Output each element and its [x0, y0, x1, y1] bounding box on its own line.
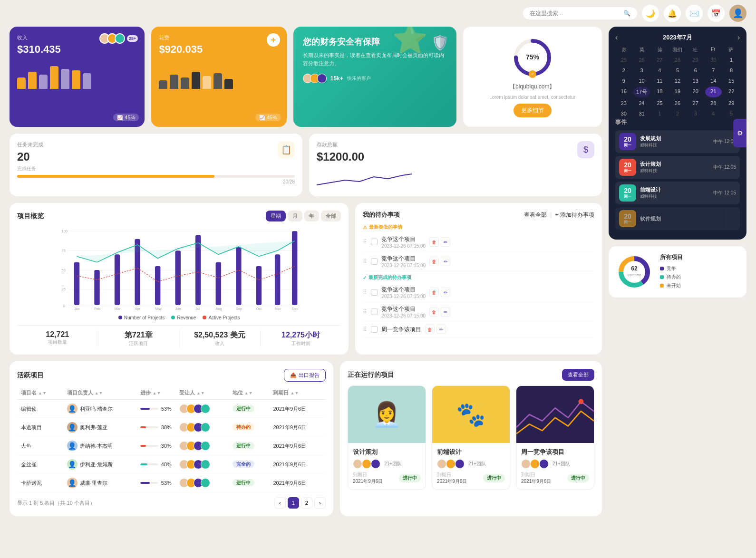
todo-add-btn[interactable]: + 添加待办事项	[555, 212, 594, 218]
cal-day-19[interactable]: 19	[669, 87, 686, 97]
todo-edit-1[interactable]: ✏	[441, 237, 450, 247]
cal-day-22[interactable]: 22	[723, 87, 740, 97]
todo-edit-2[interactable]: ✏	[441, 257, 450, 266]
page-1-button[interactable]: 1	[288, 497, 299, 509]
todo-view-all[interactable]: 查看全部	[524, 212, 547, 218]
cal-day-12[interactable]: 12	[669, 76, 686, 86]
cal-day-27b[interactable]: 27	[687, 98, 704, 108]
cal-day-27[interactable]: 27	[651, 55, 668, 65]
todo-edit-3[interactable]: ✏	[441, 288, 450, 297]
page-2-button[interactable]: 2	[301, 497, 312, 509]
cal-day-5[interactable]: 5	[669, 66, 686, 75]
drag-handle-5[interactable]: ⠿	[363, 326, 367, 333]
todo-date-1: 2023-12-26 07:15:00	[381, 243, 426, 249]
cal-day-28[interactable]: 28	[669, 55, 686, 65]
event-company-1: 威特科技	[640, 142, 709, 148]
cal-day-7[interactable]: 7	[705, 66, 722, 75]
tab-all[interactable]: 全部	[321, 211, 341, 221]
cal-next-button[interactable]: ›	[737, 33, 740, 42]
cal-day-2[interactable]: 2	[615, 66, 632, 75]
sort-status[interactable]: ▲▼	[244, 391, 253, 395]
todo-delete-3[interactable]: 🗑	[429, 288, 439, 297]
tab-week[interactable]: 星期	[266, 211, 286, 221]
todo-delete-5[interactable]: 🗑	[425, 325, 435, 334]
chart-legend: Number of Projects Revenue Active Projec…	[17, 315, 341, 320]
cal-day-8[interactable]: 8	[723, 66, 740, 75]
cal-day-20[interactable]: 20	[687, 87, 704, 97]
cal-day-n5[interactable]: 5	[723, 109, 740, 118]
cal-prev-button[interactable]: ‹	[615, 33, 618, 42]
cal-day-21[interactable]: 21	[705, 87, 722, 97]
todo-delete-1[interactable]: 🗑	[429, 237, 439, 247]
sort-progress[interactable]: ▲▼	[153, 391, 161, 395]
cal-day-15[interactable]: 15	[723, 76, 740, 86]
cal-day-29b[interactable]: 29	[723, 98, 740, 108]
cal-day-9[interactable]: 9	[615, 76, 632, 86]
cal-day-30[interactable]: 30	[705, 55, 722, 65]
cal-day-26[interactable]: 26	[633, 55, 650, 65]
sort-name[interactable]: ▲▼	[38, 391, 47, 395]
cal-day-17[interactable]: 17号	[633, 87, 650, 97]
tab-month[interactable]: 月	[288, 211, 302, 221]
todo-delete-4[interactable]: 🗑	[429, 307, 439, 317]
drag-handle-1[interactable]: ⠿	[363, 239, 367, 245]
drag-handle-3[interactable]: ⠿	[363, 289, 367, 296]
cal-day-10[interactable]: 10	[633, 76, 650, 86]
chart-header: 项目概览 星期 月 年 全部	[17, 211, 341, 221]
cal-day-6[interactable]: 6	[687, 66, 704, 75]
cal-day-30b[interactable]: 30	[615, 109, 632, 118]
drag-handle-2[interactable]: ⠿	[363, 258, 367, 265]
todo-check-3[interactable]	[371, 289, 378, 296]
sort-due[interactable]: ▲▼	[290, 391, 299, 395]
cal-day-29[interactable]: 29	[687, 55, 704, 65]
todo-edit-4[interactable]: ✏	[441, 307, 450, 317]
user-avatar[interactable]: 👤	[729, 5, 746, 22]
prev-page-button[interactable]: ‹	[274, 497, 286, 509]
sort-owner[interactable]: ▲▼	[95, 391, 103, 395]
todo-edit-5[interactable]: ✏	[436, 325, 446, 334]
tasks-card: 任务未完成 20 完成任务 📋 20/28	[10, 134, 302, 196]
view-all-button[interactable]: 查看全部	[562, 369, 594, 381]
todo-check-5[interactable]	[371, 326, 378, 333]
cal-day-n2[interactable]: 2	[669, 109, 686, 118]
bell-icon[interactable]: 🔔	[664, 5, 681, 22]
mail-icon[interactable]: ✉️	[686, 5, 703, 22]
cal-day-25b[interactable]: 25	[651, 98, 668, 108]
cal-day-31[interactable]: 31	[633, 109, 650, 118]
cal-day-28[interactable]: 28	[705, 98, 722, 108]
cal-day-11[interactable]: 11	[651, 76, 668, 86]
circle-detail-button[interactable]: 更多细节	[514, 104, 552, 117]
cal-day-16[interactable]: 16	[615, 87, 632, 97]
cal-day-24[interactable]: 24	[633, 98, 650, 108]
tab-year[interactable]: 年	[304, 211, 319, 221]
cal-day-14[interactable]: 14	[705, 76, 722, 86]
proj-name-1: 设计策划	[353, 448, 421, 456]
cal-day-25[interactable]: 25	[615, 55, 632, 65]
cal-day-26b[interactable]: 26	[669, 98, 686, 108]
todo-check-2[interactable]	[371, 258, 378, 265]
settings-gear-button[interactable]: ⚙	[733, 119, 746, 147]
todo-check-1[interactable]	[371, 239, 378, 245]
search-box[interactable]: 🔍	[523, 7, 637, 19]
cal-day-3[interactable]: 3	[633, 66, 650, 75]
todo-check-4[interactable]	[371, 308, 378, 315]
next-page-button[interactable]: ›	[314, 497, 326, 509]
todo-btns-2: 🗑 ✏	[429, 257, 450, 266]
sort-assignees[interactable]: ▲▼	[196, 391, 205, 395]
cal-day-n1[interactable]: 1	[651, 109, 668, 118]
todo-delete-2[interactable]: 🗑	[429, 257, 439, 266]
cal-day-13[interactable]: 13	[687, 76, 704, 86]
search-input[interactable]	[530, 10, 620, 17]
add-expense-button[interactable]: +	[267, 33, 280, 47]
cal-day-n3[interactable]: 3	[687, 109, 704, 118]
cal-day-4[interactable]: 4	[651, 66, 668, 75]
cal-day-23[interactable]: 23	[615, 98, 632, 108]
cal-day-1[interactable]: 1	[723, 55, 740, 65]
export-report-button[interactable]: 📤 出口报告	[284, 369, 326, 382]
todo-item-4: ⠿ 竞争这个项目 2023-12-26 07:15:00 🗑 ✏	[363, 302, 594, 322]
moon-icon[interactable]: 🌙	[642, 5, 659, 22]
cal-day-n4[interactable]: 4	[705, 109, 722, 118]
cal-day-18[interactable]: 18	[651, 87, 668, 97]
drag-handle-4[interactable]: ⠿	[363, 308, 367, 315]
calendar-icon[interactable]: 📅	[708, 5, 725, 22]
